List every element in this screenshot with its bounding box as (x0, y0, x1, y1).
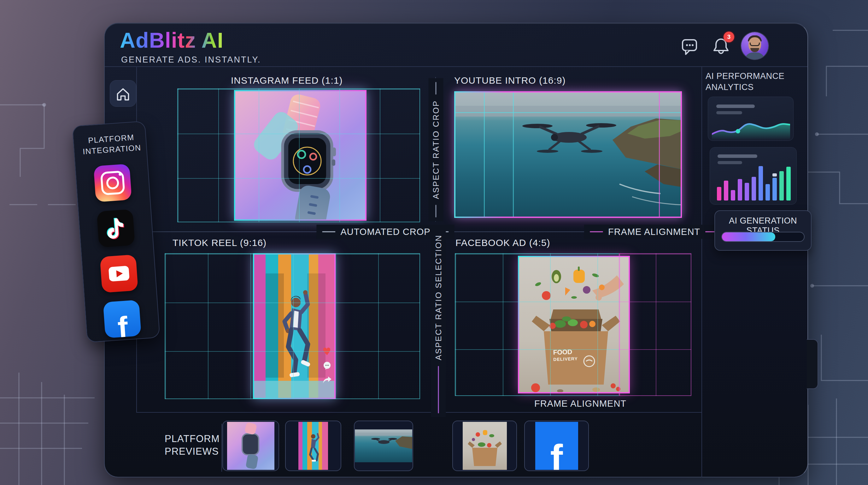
share-icon[interactable] (322, 376, 332, 384)
generation-progress-track (721, 232, 805, 242)
label-dash-purple (438, 366, 439, 413)
frame-alignment-top-label: FRAME ALIGNMENT (584, 225, 724, 239)
automated-crop-text: AUTOMATED CROP (340, 227, 430, 237)
chat-bubble-icon (679, 36, 700, 56)
previews-title-line2: PREVIEWS (165, 445, 220, 458)
bar-segment (731, 190, 735, 200)
analytics-bar-chart-card (710, 147, 797, 205)
previews-divider (136, 412, 702, 413)
label-dash (590, 231, 603, 232)
aspect-ratio-selection-text: ASPECT RATIO SELECTION (434, 235, 443, 360)
bar-segment (738, 179, 742, 200)
label-dash (436, 82, 436, 94)
preview-thumb-facebook-logo[interactable]: f (524, 421, 589, 471)
bar-segment (758, 166, 763, 200)
food-delivery-illustration (519, 257, 630, 394)
tiktok-icon[interactable] (96, 209, 135, 248)
platform-integration-title: PLATFORM INTEGRATION (81, 131, 142, 157)
app-tagline: GENERATE ADS. INSTANTLY. (121, 55, 261, 65)
bar (738, 179, 742, 200)
tiktok-note-glyph (105, 216, 127, 240)
skeleton-text (718, 154, 757, 158)
user-avatar[interactable] (741, 32, 768, 59)
youtube-intro-label: YOUTUBE INTRO (16:9) (454, 75, 565, 86)
bar-segment (766, 184, 770, 200)
aspect-ratio-crop-text: ASPECT RATIO CROP (431, 100, 441, 199)
app-logo: AdBlitz AI (120, 28, 224, 52)
food-box-text-line2: DELIVERY (553, 355, 578, 363)
facebook-f-letter: f (550, 441, 563, 470)
bar (766, 184, 770, 200)
bar-segment (786, 167, 791, 200)
bar-segment (724, 181, 728, 200)
thumb-drone-image (355, 429, 412, 462)
analytics-divider (702, 66, 702, 478)
home-button[interactable] (110, 80, 136, 107)
bar (731, 190, 735, 200)
bar (724, 181, 728, 200)
chat-button[interactable] (679, 36, 700, 56)
skeleton-text (716, 105, 755, 108)
bar-segment (717, 187, 721, 200)
previews-title-divider (221, 424, 222, 472)
previews-title: PLATFORM PREVIEWS (165, 433, 220, 458)
aspect-ratio-selection-label: ASPECT RATIO SELECTION (431, 231, 446, 417)
bar-chart-bars (717, 163, 792, 200)
platform-integration-panel: PLATFORM INTEGRATION (72, 121, 160, 343)
analytics-title: AI PERFORMANCE ANALYTICS (706, 71, 784, 93)
instagram-feed-label: INSTAGRAM FEED (1:1) (231, 75, 343, 86)
preview-thumb-youtube[interactable] (354, 421, 413, 471)
facebook-icon[interactable]: f (103, 299, 141, 338)
bar-cap (772, 173, 777, 176)
preview-thumb-facebook-ad[interactable] (452, 421, 517, 471)
analytics-title-line1: AI PERFORMANCE (706, 71, 784, 82)
instagram-icon[interactable] (93, 164, 132, 202)
bar-segment (752, 177, 756, 200)
bar-segment (779, 171, 784, 200)
avatar-shirt (745, 52, 765, 59)
youtube-crop-preview[interactable] (454, 91, 682, 218)
thumb-dancer-image (299, 422, 328, 470)
bar (752, 177, 756, 200)
youtube-icon[interactable] (100, 255, 138, 293)
facebook-f-letter: f (117, 313, 129, 338)
preview-thumb-tiktok[interactable] (285, 421, 341, 471)
avatar-beard (750, 48, 759, 52)
youtube-screen (108, 265, 130, 281)
bar (772, 173, 777, 200)
bar (786, 167, 791, 200)
facebook-ad-label: FACEBOOK AD (4:5) (456, 237, 550, 248)
instagram-crop-preview[interactable] (234, 90, 367, 221)
bar (758, 166, 763, 200)
notifications-button[interactable]: 3 (711, 35, 731, 56)
drone-coastline-illustration (456, 92, 682, 218)
bar-segment (745, 183, 749, 200)
frame-alignment-bottom-label: FRAME ALIGNMENT (534, 398, 626, 409)
preview-thumb-instagram[interactable] (222, 421, 279, 471)
tiktok-crop-preview[interactable] (253, 253, 336, 399)
thumb-food-image (463, 422, 507, 470)
bar (779, 171, 784, 200)
desktop-background: AdBlitz AI GENERATE ADS. INSTANTLY. 3 (0, 0, 868, 485)
previews-title-line1: PLATFORM (165, 433, 220, 445)
generation-status-panel: AI GENERATION STATUS (714, 210, 811, 251)
notification-badge: 3 (723, 32, 734, 42)
tablet-side-tab (807, 339, 818, 389)
main-dashboard-window: AdBlitz AI GENERATE ADS. INSTANTLY. 3 (104, 23, 808, 478)
avatar-glasses (750, 42, 760, 46)
tiktok-reel-label: TIKTOK REEL (9:16) (173, 237, 267, 248)
frame-alignment-top-text: FRAME ALIGNMENT (608, 227, 700, 237)
thumb-facebook-logo-image: f (535, 422, 578, 470)
mini-line-chart (712, 116, 790, 140)
smartwatch-illustration (235, 91, 367, 221)
aspect-ratio-crop-label: ASPECT RATIO CROP (429, 78, 443, 221)
thumb-watch-image (227, 422, 274, 470)
facebook-crop-preview[interactable]: FOOD DELIVERY (518, 256, 630, 394)
analytics-title-line2: ANALYTICS (706, 82, 784, 93)
analytics-line-chart-card (708, 96, 794, 141)
comment-icon[interactable] (323, 361, 332, 370)
food-box-text-line1: FOOD (553, 348, 578, 356)
bar (745, 183, 749, 200)
bar-segment (772, 178, 777, 200)
like-heart-icon[interactable] (323, 347, 332, 355)
